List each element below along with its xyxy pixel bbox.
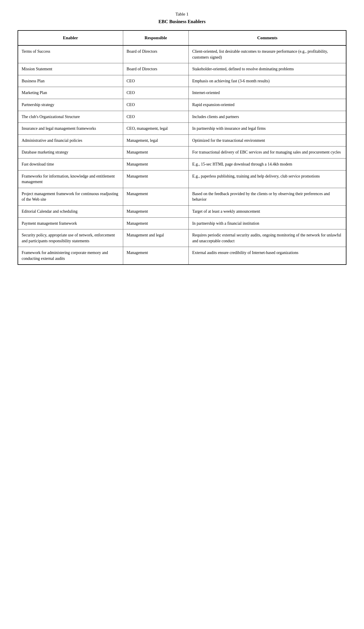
cell-comments: Client-oriented, list desirable outcomes… [188,45,346,63]
cell-enabler: Marketing Plan [18,87,123,99]
cell-comments: Internet-oriented [188,87,346,99]
cell-comments: For transactional delivery of EBC servic… [188,146,346,158]
cell-responsible: Management [123,205,188,217]
cell-responsible: Management [123,158,188,170]
cell-responsible: Management [123,247,188,265]
cell-enabler: Database marketing strategy [18,146,123,158]
table-row: Insurance and legal management framework… [18,123,346,135]
cell-enabler: Administrative and financial policies [18,134,123,146]
cell-responsible: Management and legal [123,229,188,247]
cell-responsible: Board of Directors [123,63,188,75]
cell-responsible: Management [123,217,188,229]
cell-comments: Rapid expansion-oriented [188,99,346,111]
table-row: Framework for administering corporate me… [18,247,346,265]
cell-enabler: Partnership strategy [18,99,123,111]
cell-enabler: Business Plan [18,75,123,87]
cell-comments: In partnership with insurance and legal … [188,123,346,135]
table-row: Project management framework for continu… [18,188,346,205]
cell-comments: Optimized for the transactional environm… [188,134,346,146]
cell-comments: Emphasis on achieving fast (3-6 month re… [188,75,346,87]
cell-enabler: Fast download time [18,158,123,170]
table-row: Editorial Calendar and schedulingManagem… [18,205,346,217]
cell-responsible: Management [123,146,188,158]
cell-comments: Includes clients and partners [188,111,346,123]
cell-comments: E.g., paperless publishing, training and… [188,170,346,188]
cell-enabler: Security policy, appropriate use of netw… [18,229,123,247]
cell-comments: In partnership with a financial institut… [188,217,346,229]
cell-enabler: Mission Statement [18,63,123,75]
cell-comments: External audits ensure credibility of In… [188,247,346,265]
cell-comments: Target of at least a weekly announcement [188,205,346,217]
cell-responsible: Management, legal [123,134,188,146]
cell-enabler: The club's Organizational Structure [18,111,123,123]
cell-responsible: Management [123,170,188,188]
cell-comments: Requires periodic external security audi… [188,229,346,247]
cell-enabler: Payment management framework [18,217,123,229]
cell-comments: Stakeholder-oriented, defined to resolve… [188,63,346,75]
cell-comments: Based on the feedback provided by the cl… [188,188,346,205]
cell-responsible: CEO, management, legal [123,123,188,135]
cell-comments: E.g., 15-sec HTML page download through … [188,158,346,170]
cell-responsible: CEO [123,87,188,99]
table-header-row: Enabler Responsible Comments [18,30,346,45]
cell-responsible: CEO [123,111,188,123]
table-row: Partnership strategyCEORapid expansion-o… [18,99,346,111]
page-title: Table 1 [18,12,346,17]
cell-responsible: CEO [123,75,188,87]
header-comments: Comments [188,30,346,45]
cell-enabler: Project management framework for continu… [18,188,123,205]
table-row: Business PlanCEOEmphasis on achieving fa… [18,75,346,87]
main-table: Enabler Responsible Comments Terms of Su… [18,30,346,265]
table-row: Database marketing strategyManagementFor… [18,146,346,158]
table-title: EBC Business Enablers [18,19,346,24]
table-row: Frameworks for information, knowledge an… [18,170,346,188]
header-enabler: Enabler [18,30,123,45]
table-row: Mission StatementBoard of DirectorsStake… [18,63,346,75]
cell-enabler: Framework for administering corporate me… [18,247,123,265]
table-row: Terms of SuccessBoard of DirectorsClient… [18,45,346,63]
cell-enabler: Frameworks for information, knowledge an… [18,170,123,188]
table-row: Security policy, appropriate use of netw… [18,229,346,247]
cell-enabler: Insurance and legal management framework… [18,123,123,135]
table-row: Payment management frameworkManagementIn… [18,217,346,229]
table-row: Fast download timeManagementE.g., 15-sec… [18,158,346,170]
header-responsible: Responsible [123,30,188,45]
cell-enabler: Terms of Success [18,45,123,63]
cell-responsible: Board of Directors [123,45,188,63]
cell-enabler: Editorial Calendar and scheduling [18,205,123,217]
table-row: Marketing PlanCEOInternet-oriented [18,87,346,99]
cell-responsible: Management [123,188,188,205]
cell-responsible: CEO [123,99,188,111]
table-row: The club's Organizational StructureCEOIn… [18,111,346,123]
table-row: Administrative and financial policiesMan… [18,134,346,146]
